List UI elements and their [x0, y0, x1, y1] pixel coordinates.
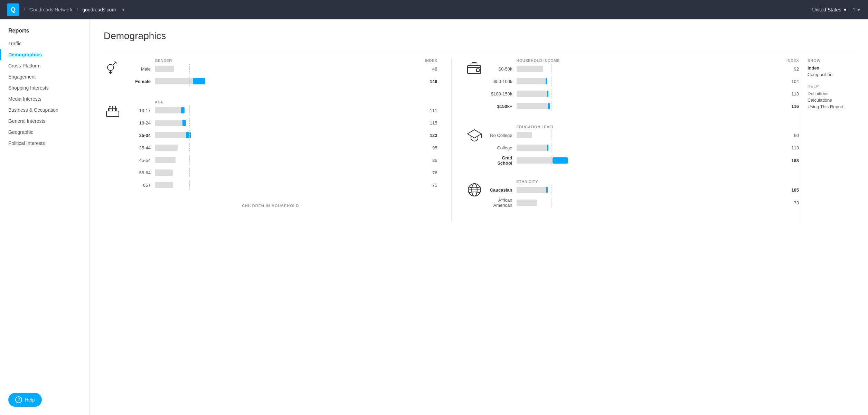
chart-bar-accent [546, 187, 548, 193]
show-title: SHOW [808, 58, 854, 63]
chart-bar-wrap [155, 157, 420, 164]
sidebar-item-traffic[interactable]: Traffic [0, 38, 89, 49]
chart-row-label: 35-44 [127, 145, 155, 150]
chart-bar-bg [155, 107, 181, 113]
svg-point-0 [107, 64, 114, 71]
sidebar-item-geographic[interactable]: Geographic [0, 127, 89, 138]
chart-bar-bg [517, 132, 532, 138]
education-section: EDUCATION LEVEL No College60College113Gr… [465, 125, 799, 168]
chart-index-value: 60 [782, 133, 799, 138]
chart-row-label: 18-24 [127, 120, 155, 126]
children-section: CHILDREN IN HOUSEHOLD [104, 204, 437, 208]
sidebar: Reports TrafficDemographicsCross-Platfor… [0, 19, 90, 415]
chart-bar-bg [155, 132, 186, 138]
site-dropdown-icon[interactable]: ▼ [121, 7, 125, 12]
chart-bar-wrap [155, 78, 420, 85]
gender-col-header: GENDER [155, 58, 420, 63]
charts-right: HOUSEHOLD INCOME INDEX $0-50k92$50-100k1… [452, 58, 799, 222]
sidebar-item-engagement[interactable]: Engagement [0, 71, 89, 82]
app-logo: Q [7, 3, 19, 16]
help-menu[interactable]: ? ▼ [853, 7, 861, 12]
chart-row: 25-34123 [127, 130, 437, 140]
chart-row-label: Grad School [489, 155, 517, 166]
help-button[interactable]: ? Help [8, 393, 42, 407]
sidebar-item-shopping-interests[interactable]: Shopping Interests [0, 82, 89, 93]
chart-row-label: College [489, 145, 517, 150]
app-layout: Reports TrafficDemographicsCross-Platfor… [0, 19, 868, 415]
chart-index-value: 95 [420, 145, 437, 150]
chart-index-value: 48 [420, 66, 437, 72]
sidebar-item-cross-platform[interactable]: Cross-Platform [0, 60, 89, 71]
chart-row: $150k+116 [489, 101, 799, 111]
gender-header: GENDER INDEX [127, 58, 437, 63]
chart-row: 55-6476 [127, 168, 437, 177]
chart-row-label: Male [127, 66, 155, 72]
sidebar-item-demographics[interactable]: Demographics [0, 49, 89, 60]
chart-bar-bg [155, 78, 193, 84]
show-section: SHOW IndexComposition [808, 58, 854, 77]
sidebar-item-general-interests[interactable]: General Interests [0, 116, 89, 127]
show-item-composition[interactable]: Composition [808, 72, 854, 77]
chart-bar-accent [553, 157, 568, 164]
chart-bar-accent [547, 91, 548, 97]
chart-index-value: 76 [420, 170, 437, 175]
chart-row: African American73 [489, 197, 799, 208]
gender-section: GENDER INDEX Male48Female149 [104, 58, 437, 89]
help-item-calculations[interactable]: Calculations [808, 98, 854, 103]
charts-left: GENDER INDEX Male48Female149 [104, 58, 452, 222]
chart-index-value: 105 [782, 187, 799, 193]
main-content: Demographics [90, 19, 868, 415]
help-dropdown-icon[interactable]: ▼ [856, 7, 861, 12]
header-site[interactable]: goodreads.com [83, 7, 116, 12]
chart-index-value: 73 [782, 200, 799, 205]
chart-bar-wrap [517, 90, 782, 97]
chart-bar-wrap [155, 107, 420, 114]
header-left: Q / Goodreads Network / goodreads.com ▼ [7, 3, 125, 16]
chart-bar-bg [155, 157, 176, 163]
income-header: HOUSEHOLD INCOME INDEX [489, 58, 799, 63]
sidebar-item-media-interests[interactable]: Media Interests [0, 93, 89, 104]
income-index-header: INDEX [782, 58, 799, 63]
header-network[interactable]: Goodreads Network [29, 7, 73, 12]
chart-bar-accent [546, 78, 547, 84]
chart-index-value: 123 [420, 133, 437, 138]
income-section: HOUSEHOLD INCOME INDEX $0-50k92$50-100k1… [465, 58, 799, 114]
breadcrumb-sep1: / [23, 6, 25, 13]
help-item-using-this-report[interactable]: Using This Report [808, 104, 854, 109]
chart-row: 45-5486 [127, 155, 437, 165]
chart-bar-wrap [155, 182, 420, 188]
gender-index-header: INDEX [420, 58, 437, 63]
right-panel: SHOW IndexComposition HELP DefinitionsCa… [799, 58, 854, 222]
chart-row-label: $50-100k [489, 79, 517, 84]
chart-index-value: 115 [420, 120, 437, 126]
age-section: AGE 13-1711118-2411525-3412335-449545-54… [104, 100, 437, 193]
chart-index-value: 75 [420, 183, 437, 188]
chart-bar-bg [517, 91, 547, 97]
chart-index-value: 86 [420, 158, 437, 163]
svg-marker-21 [468, 130, 481, 138]
app-header: Q / Goodreads Network / goodreads.com ▼ … [0, 0, 868, 19]
country-selector[interactable]: United States ▼ [812, 7, 847, 12]
sidebar-item-business-occupation[interactable]: Business & Occupation [0, 104, 89, 116]
chart-row-label: African American [489, 197, 517, 208]
help-button-label: Help [25, 397, 35, 403]
help-section-title: HELP [808, 84, 854, 88]
chart-bar-accent [193, 78, 205, 84]
chart-bar-bg [155, 182, 173, 188]
show-item-index[interactable]: Index [808, 65, 854, 71]
chart-bar-bg [517, 66, 543, 72]
chart-index-value: 113 [782, 91, 799, 96]
help-item-definitions[interactable]: Definitions [808, 91, 854, 96]
svg-rect-17 [468, 65, 481, 74]
chart-bar-wrap [517, 78, 782, 85]
chart-bar-wrap [517, 132, 782, 139]
chart-row: 18-24115 [127, 118, 437, 128]
chart-row-label: $100-150k [489, 91, 517, 96]
chart-bar-accent [548, 103, 550, 109]
children-title: CHILDREN IN HOUSEHOLD [104, 204, 437, 208]
sidebar-item-political-interests[interactable]: Political Interests [0, 138, 89, 149]
chart-row: No College60 [489, 130, 799, 140]
svg-point-16 [115, 106, 116, 107]
country-dropdown-icon[interactable]: ▼ [842, 7, 847, 12]
income-icon [465, 60, 483, 78]
